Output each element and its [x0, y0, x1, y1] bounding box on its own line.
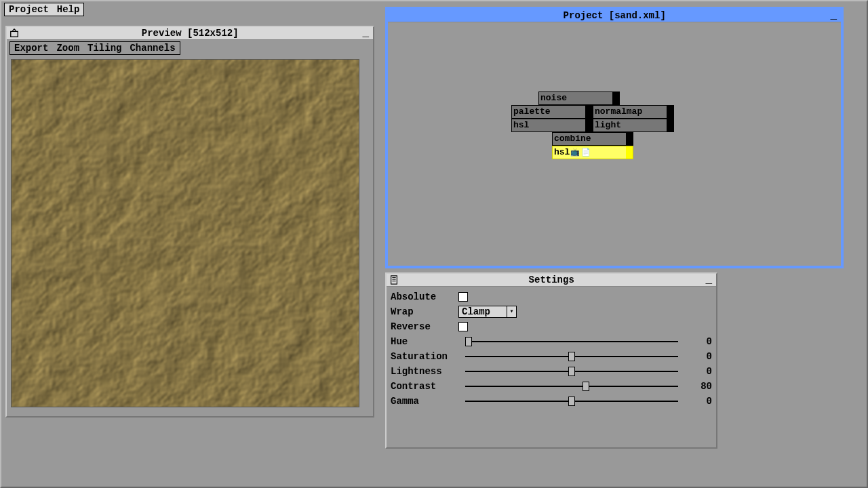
toolbar-zoom[interactable]: Zoom	[52, 42, 83, 54]
preview-canvas[interactable]	[11, 59, 359, 407]
settings-title: Settings	[399, 274, 704, 285]
node-swatch	[667, 106, 673, 118]
slider-gamma[interactable]	[465, 396, 678, 407]
label-hue: Hue	[391, 336, 458, 347]
label-gamma: Gamma	[391, 396, 458, 407]
slider-saturation[interactable]	[465, 351, 678, 362]
label-reverse: Reverse	[391, 321, 458, 332]
preview-minimize-button[interactable]: _	[361, 30, 370, 37]
slider-lightness[interactable]	[465, 366, 678, 377]
preview-window: Preview [512x512] _ Export Zoom Tiling C…	[5, 26, 374, 418]
select-wrap[interactable]: Clamp ▾	[458, 306, 517, 318]
label-absolute: Absolute	[391, 291, 458, 302]
preview-titlebar[interactable]: Preview [512x512] _	[7, 27, 373, 40]
node-swatch	[585, 119, 592, 131]
label-saturation: Saturation	[391, 351, 458, 362]
project-minimize-button[interactable]: _	[829, 12, 838, 19]
label-wrap: Wrap	[391, 306, 458, 317]
node-label: combine	[554, 134, 591, 144]
node-label: light	[595, 120, 621, 130]
node-label: hsl	[554, 147, 570, 157]
node-swatch	[585, 106, 592, 118]
node-palette[interactable]: palette	[511, 105, 593, 119]
node-swatch	[667, 119, 673, 131]
value-lightness: 0	[685, 366, 712, 377]
select-wrap-value: Clamp	[459, 306, 507, 317]
project-title: Project [sand.xml]	[400, 10, 829, 21]
settings-window: Settings _ Absolute Wrap Clamp ▾ Reverse…	[385, 272, 717, 449]
chevron-down-icon: ▾	[507, 306, 516, 317]
toolbar-tiling[interactable]: Tiling	[83, 42, 125, 54]
menu-project[interactable]: Project	[5, 3, 53, 16]
node-label: palette	[513, 106, 551, 117]
node-combine[interactable]: combine	[552, 132, 633, 146]
page-icon	[389, 274, 399, 285]
slider-hue[interactable]	[465, 336, 678, 347]
slider-contrast[interactable]	[465, 381, 678, 392]
project-window: Project [sand.xml] _ noisepalettenormalm…	[385, 7, 844, 268]
node-graph[interactable]: noisepalettenormalmaphsllightcombinehsl📺…	[388, 22, 841, 264]
label-lightness: Lightness	[391, 366, 458, 377]
node-label: noise	[540, 93, 567, 103]
page-icon: 📄	[581, 148, 591, 157]
svg-rect-0	[11, 32, 18, 37]
node-swatch	[612, 92, 619, 104]
svg-rect-1	[391, 276, 397, 284]
toolbar-export[interactable]: Export	[10, 42, 52, 54]
settings-minimize-button[interactable]: _	[704, 277, 713, 283]
main-menubar: Project Help	[4, 3, 84, 16]
preview-toolbar: Export Zoom Tiling Channels	[9, 41, 180, 55]
node-label: normalmap	[595, 106, 642, 117]
checkbox-reverse[interactable]	[458, 322, 468, 331]
node-normalmap[interactable]: normalmap	[593, 105, 674, 119]
preview-title: Preview [512x512]	[19, 28, 361, 39]
node-light[interactable]: light	[593, 119, 674, 132]
tv-icon: 📺	[570, 148, 580, 157]
toolbar-channels[interactable]: Channels	[125, 42, 179, 54]
label-contrast: Contrast	[391, 381, 458, 392]
tv-icon	[9, 28, 19, 39]
value-gamma: 0	[685, 396, 712, 407]
value-hue: 0	[685, 336, 712, 347]
node-label: hsl	[513, 120, 529, 130]
node-swatch	[626, 146, 633, 159]
menu-help[interactable]: Help	[53, 3, 84, 16]
node-hsl2[interactable]: hsl📺📄	[552, 146, 633, 159]
node-noise[interactable]: noise	[538, 92, 620, 105]
node-swatch	[626, 133, 633, 145]
value-contrast: 80	[685, 381, 712, 392]
project-titlebar[interactable]: Project [sand.xml] _	[388, 9, 841, 22]
node-hsl1[interactable]: hsl	[511, 119, 593, 132]
value-saturation: 0	[685, 351, 712, 362]
settings-titlebar[interactable]: Settings _	[387, 274, 716, 287]
checkbox-absolute[interactable]	[458, 292, 468, 302]
